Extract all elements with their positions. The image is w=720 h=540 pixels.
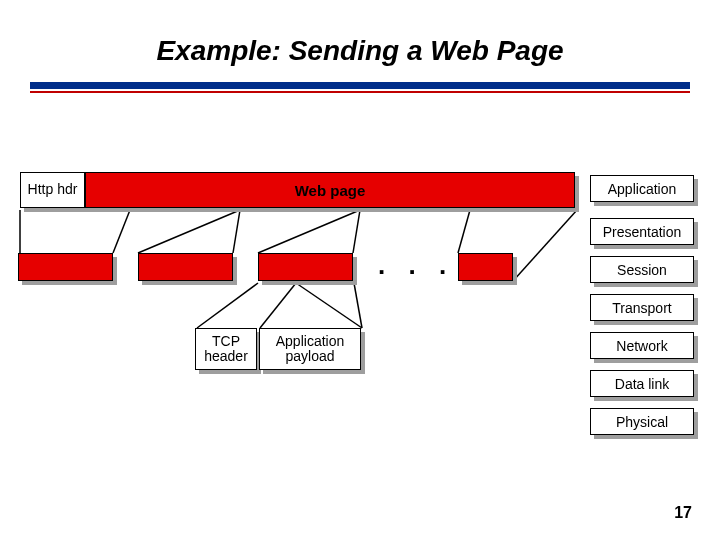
svg-line-8 (197, 283, 258, 328)
segment-2 (138, 253, 233, 281)
title-rule-red (30, 91, 690, 93)
slide-title: Example: Sending a Web Page (0, 35, 720, 67)
layer-session-label: Session (590, 256, 694, 283)
svg-line-5 (258, 210, 360, 253)
layer-network-label: Network (590, 332, 694, 359)
title-rule-blue (30, 82, 690, 89)
tcp-header-box: TCP header (195, 328, 257, 370)
tcp-header-label: TCP header (195, 328, 257, 370)
layer-application-label: Application (590, 175, 694, 202)
svg-line-1 (513, 210, 577, 281)
web-page-box: Web page (85, 172, 575, 208)
app-payload-label: Application payload (259, 328, 361, 370)
page-number: 17 (674, 504, 692, 522)
layer-transport-label: Transport (590, 294, 694, 321)
svg-line-4 (233, 210, 240, 253)
app-payload-box: Application payload (259, 328, 361, 370)
svg-line-11 (354, 283, 362, 328)
layer-application: Application (590, 175, 694, 202)
svg-line-2 (113, 210, 130, 253)
svg-line-7 (458, 210, 470, 253)
http-header-box: Http hdr (20, 172, 85, 208)
svg-line-10 (296, 283, 362, 328)
http-header-label: Http hdr (20, 172, 85, 208)
segment-1 (18, 253, 113, 281)
svg-line-6 (353, 210, 360, 253)
layer-datalink-label: Data link (590, 370, 694, 397)
layer-presentation: Presentation (590, 218, 694, 245)
layer-session: Session (590, 256, 694, 283)
layer-physical: Physical (590, 408, 694, 435)
segment-3 (258, 253, 353, 281)
layer-transport: Transport (590, 294, 694, 321)
ellipsis: . . . (378, 250, 454, 281)
web-page-label: Web page (85, 172, 575, 208)
layer-presentation-label: Presentation (590, 218, 694, 245)
layer-network: Network (590, 332, 694, 359)
layer-physical-label: Physical (590, 408, 694, 435)
svg-line-9 (260, 283, 296, 328)
segment-4 (458, 253, 513, 281)
layer-datalink: Data link (590, 370, 694, 397)
svg-line-3 (138, 210, 240, 253)
